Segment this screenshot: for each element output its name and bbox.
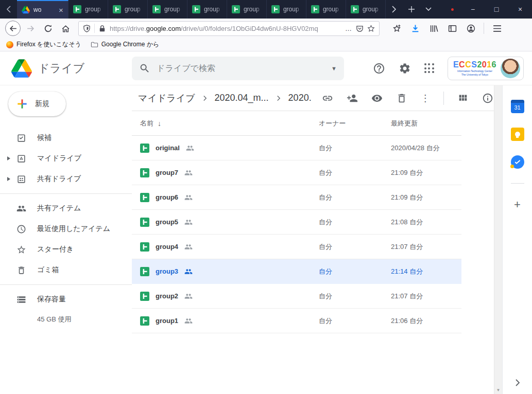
file-row[interactable]: original自分2020/04/28 自分 — [132, 136, 461, 160]
column-header-owner[interactable]: オーナー — [319, 119, 391, 128]
sheets-file-icon — [140, 144, 149, 153]
file-row[interactable]: group3自分21:14 自分 — [132, 259, 461, 284]
bookmark-firefox[interactable]: Firefox を使いこなそう — [6, 40, 81, 49]
divider — [0, 193, 132, 194]
file-modified: 21:07 自分 — [391, 292, 461, 301]
firefox-icon — [6, 41, 13, 48]
breadcrumb-item[interactable]: マイドライブ — [135, 92, 198, 104]
file-row[interactable]: group1自分21:06 自分 — [132, 309, 461, 333]
info-button[interactable] — [482, 93, 493, 104]
trash-icon — [16, 265, 28, 275]
bookmark-star-icon[interactable] — [367, 25, 375, 32]
preview-button[interactable] — [371, 93, 383, 104]
more-actions-button[interactable]: ⋮ — [421, 93, 430, 104]
account-badge[interactable]: ECCS2016 Information Technology Center T… — [448, 57, 524, 80]
sheet-tab[interactable]: group — [346, 0, 386, 19]
breadcrumb-item[interactable]: 2020. — [285, 93, 315, 103]
breadcrumb-separator-icon — [200, 94, 210, 103]
grid-view-button[interactable] — [457, 93, 469, 104]
new-tab-button[interactable] — [403, 0, 420, 19]
file-name: group1 — [156, 317, 178, 325]
url-bar[interactable]: https://drive.google.com/drive/u/0/folde… — [78, 21, 380, 36]
sidebar-item-starred[interactable]: スター付き — [0, 239, 132, 260]
calendar-icon[interactable]: 31 — [511, 100, 524, 113]
maximize-button[interactable]: □ — [485, 0, 508, 19]
get-addons-button[interactable]: + — [514, 198, 521, 211]
sheet-tab[interactable]: group — [187, 0, 227, 19]
tab-overflow-button[interactable] — [386, 0, 403, 19]
sheet-tab[interactable]: group — [306, 0, 346, 19]
sidebar-toggle-button[interactable] — [444, 21, 460, 36]
active-tab-drive[interactable]: wo × — [17, 0, 68, 19]
sort-descending-icon[interactable]: ↓ — [158, 119, 161, 128]
delete-button[interactable] — [396, 93, 407, 104]
bookmark-folder-chrome[interactable]: Google Chrome から — [91, 40, 160, 49]
downloads-button[interactable] — [407, 21, 423, 36]
sidebar-item-trash[interactable]: ゴミ箱 — [0, 260, 132, 280]
keep-icon[interactable] — [511, 128, 524, 141]
avatar[interactable] — [501, 59, 520, 78]
page-actions-button[interactable]: … — [345, 25, 352, 32]
home-button[interactable] — [58, 21, 73, 36]
info-icon — [482, 93, 493, 104]
divider — [94, 24, 95, 33]
breadcrumb-item[interactable]: 2020.04_m... — [212, 93, 272, 103]
menu-button[interactable] — [489, 21, 505, 36]
settings-button[interactable] — [399, 62, 411, 75]
file-row[interactable]: group5自分21:08 自分 — [132, 210, 461, 235]
file-row[interactable]: group2自分21:07 自分 — [132, 284, 461, 309]
search-options-dropdown-icon[interactable]: ▼ — [331, 65, 337, 71]
sheet-tab[interactable]: group — [148, 0, 187, 19]
file-name: group2 — [156, 292, 178, 300]
forward-button[interactable] — [23, 21, 38, 36]
tab-close-icon[interactable]: × — [59, 6, 63, 14]
column-header-modified[interactable]: 最終更新 — [391, 119, 461, 128]
sidebar-item-my-drive[interactable]: マイドライブ — [0, 148, 132, 169]
sidebar-item-shared-with-me[interactable]: 共有アイテム — [0, 198, 132, 219]
scroll-down-arrow-icon[interactable]: ▼ — [494, 386, 502, 394]
hide-side-panel-button[interactable] — [513, 379, 522, 387]
sheet-tab[interactable]: group — [267, 0, 306, 19]
tasks-icon[interactable] — [511, 155, 524, 169]
sidebar-item-storage[interactable]: 保存容量 — [0, 289, 132, 310]
file-owner: 自分 — [319, 292, 391, 301]
share-button[interactable] — [347, 93, 358, 104]
vertical-scrollbar[interactable]: ▼ — [494, 85, 502, 394]
search-input[interactable] — [157, 64, 325, 73]
column-header-name[interactable]: 名前 — [140, 119, 153, 128]
file-row[interactable]: group7自分21:09 自分 — [132, 160, 461, 185]
reload-button[interactable] — [40, 21, 56, 36]
sidebar-item-shared-drives[interactable]: 共有ドライブ — [0, 169, 132, 189]
pocket-icon[interactable] — [356, 25, 364, 32]
scroll-tabs-left-button[interactable] — [0, 0, 17, 19]
one-click-bookmark-button[interactable] — [389, 21, 404, 36]
google-apps-button[interactable] — [424, 63, 434, 73]
sheet-tab[interactable]: group — [108, 0, 148, 19]
sidebar-item-priority[interactable]: 候補 — [0, 128, 132, 148]
sidebar-item-label: ゴミ箱 — [37, 265, 59, 275]
library-button[interactable] — [426, 21, 441, 36]
back-button[interactable] — [5, 21, 21, 36]
mydrive-icon — [16, 154, 28, 164]
close-window-button[interactable]: × — [508, 0, 532, 19]
file-row[interactable]: group6自分21:09 自分 — [132, 185, 461, 210]
new-button[interactable]: 新規 — [8, 92, 66, 116]
plus-icon — [408, 6, 415, 13]
help-button[interactable] — [373, 62, 385, 75]
minimize-button[interactable]: − — [461, 0, 485, 19]
account-button[interactable] — [463, 21, 478, 36]
file-row[interactable]: group4自分21:07 自分 — [132, 235, 461, 259]
get-link-button[interactable] — [322, 93, 333, 104]
expand-caret-icon[interactable] — [5, 156, 12, 160]
notification-dot-icon — [451, 8, 454, 11]
drive-logo[interactable]: ドライブ — [11, 59, 132, 78]
sidebar-item-recent[interactable]: 最近使用したアイテム — [0, 219, 132, 239]
sidebar-item-label: 保存容量 — [37, 295, 66, 304]
sheet-tab[interactable]: group — [68, 0, 108, 19]
drive-search-box[interactable]: ▼ — [132, 57, 344, 80]
sheet-tab[interactable]: group — [227, 0, 267, 19]
list-all-tabs-button[interactable] — [420, 0, 437, 19]
tab-title: group — [164, 6, 182, 13]
breadcrumb: マイドライブ2020.04_m...2020. — [135, 92, 315, 104]
expand-caret-icon[interactable] — [5, 177, 12, 181]
